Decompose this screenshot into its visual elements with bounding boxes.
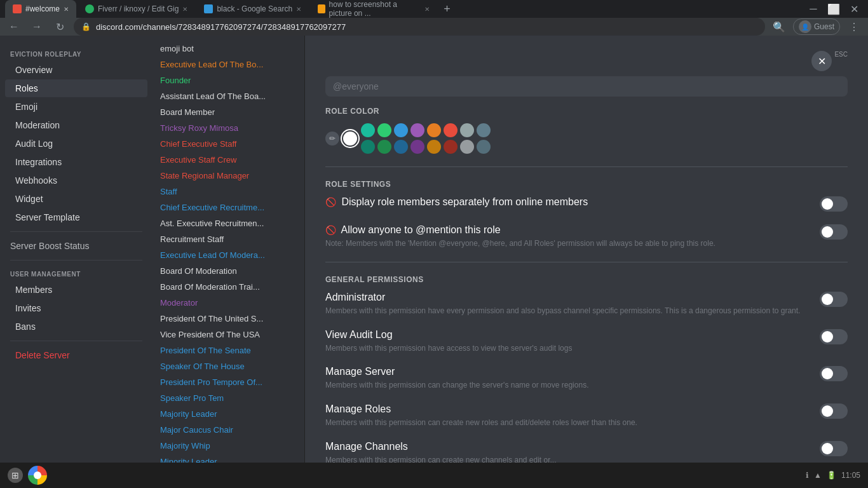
forward-button[interactable]: → — [28, 18, 46, 36]
color-swatch-dark-blue[interactable] — [394, 140, 408, 154]
role-list-item[interactable]: Recruitment Staff — [153, 231, 304, 247]
color-swatch-orange[interactable] — [427, 123, 441, 137]
manage-server-text: Manage Server Members with this permissi… — [325, 366, 820, 391]
color-swatch-red[interactable] — [444, 123, 458, 137]
chrome-taskbar-icon[interactable] — [28, 466, 47, 485]
manage-channels-toggle[interactable] — [820, 441, 848, 456]
role-list-item[interactable]: Speaker Of The House — [153, 358, 304, 374]
role-list-item[interactable]: Staff — [153, 184, 304, 200]
profile-icon: 👤 — [799, 20, 811, 33]
role-list-item[interactable]: Ast. Executive Recruitmen... — [153, 215, 304, 231]
sidebar-item-roles[interactable]: Roles — [5, 79, 147, 97]
sidebar-item-bans[interactable]: Bans — [5, 318, 147, 336]
color-swatch-dark-slate[interactable] — [477, 140, 491, 154]
sidebar-item-members[interactable]: Members — [5, 281, 147, 299]
manage-roles-toggle[interactable] — [820, 403, 848, 419]
role-list-item[interactable]: emoji bot — [153, 41, 304, 57]
color-swatch-purple[interactable] — [410, 123, 424, 137]
minimize-button[interactable]: ─ — [804, 3, 822, 15]
info-icon: ℹ — [806, 471, 809, 480]
esc-label: ESC — [834, 51, 848, 71]
color-swatch-none[interactable] — [343, 132, 357, 146]
menu-button[interactable]: ⋮ — [845, 18, 863, 36]
sidebar-item-overview[interactable]: Overview — [5, 61, 147, 79]
role-list-item[interactable]: Speaker Pro Tem — [153, 390, 304, 406]
maximize-button[interactable]: ⬜ — [825, 3, 843, 15]
address-bar[interactable]: 🔒 discord.com/channels/72834891776209727… — [74, 18, 765, 36]
role-list-item[interactable]: Board Of Moderation — [153, 263, 304, 279]
color-swatch-dark-teal[interactable] — [361, 140, 375, 154]
role-list-item[interactable]: Tricksy Roxy Mimosa — [153, 120, 304, 136]
close-icon: ✕ — [818, 55, 826, 67]
tab-close-3[interactable]: ✕ — [296, 6, 301, 13]
role-list-item[interactable]: Founder — [153, 72, 304, 88]
view-audit-log-title: View Audit Log — [325, 329, 810, 341]
browser-chrome: #welcome ✕ Fiverr / iknoxy / Edit Gig ✕ … — [0, 0, 868, 36]
role-list-item[interactable]: President Of The United S... — [153, 311, 304, 327]
close-window-button[interactable]: ✕ — [845, 3, 863, 15]
role-list-item[interactable]: President Pro Tempore Of... — [153, 374, 304, 390]
role-list-item[interactable]: Board Of Moderation Trai... — [153, 279, 304, 295]
profile-button[interactable]: 👤 Guest — [793, 18, 840, 35]
tab-close-2[interactable]: ✕ — [182, 6, 187, 13]
sidebar-divider-3 — [10, 341, 142, 341]
color-swatch-green[interactable] — [377, 123, 391, 137]
color-edit-button[interactable]: ✏ — [325, 132, 339, 146]
sidebar-item-delete-server[interactable]: Delete Server — [5, 346, 147, 364]
sidebar-item-moderation[interactable]: Moderation — [5, 116, 147, 134]
role-list-item[interactable]: Chief Executive Staff — [153, 136, 304, 152]
tab-fiverr[interactable]: Fiverr / iknoxy / Edit Gig ✕ — [78, 0, 195, 18]
server-boost-item[interactable]: Server Boost Status — [0, 237, 153, 255]
tab-google[interactable]: black - Google Search ✕ — [196, 0, 309, 18]
color-swatch-teal[interactable] — [361, 123, 375, 137]
color-swatch-dark-orange[interactable] — [427, 140, 441, 154]
view-audit-log-toggle[interactable] — [820, 329, 848, 344]
manage-server-toggle[interactable] — [820, 366, 848, 381]
color-swatch-dark-red[interactable] — [444, 140, 458, 154]
role-list-item[interactable]: Executive Lead Of The Bo... — [153, 57, 304, 72]
color-swatch-gray[interactable] — [460, 123, 474, 137]
role-list-item[interactable]: President Of The Senate — [153, 342, 304, 358]
role-list-item[interactable]: Moderator — [153, 295, 304, 311]
mention-input[interactable]: @everyone — [325, 76, 848, 97]
role-list-item[interactable]: State Regional Manager — [153, 168, 304, 184]
roles-list-inner: emoji botExecutive Lead Of The Bo...Foun… — [153, 36, 304, 488]
administrator-toggle[interactable] — [820, 292, 848, 307]
sidebar-item-server-template[interactable]: Server Template — [5, 208, 147, 226]
sidebar-item-webhooks[interactable]: Webhooks — [5, 172, 147, 189]
role-list-item[interactable]: Executive Staff Crew — [153, 152, 304, 168]
refresh-button[interactable]: ↻ — [51, 18, 69, 36]
search-button[interactable]: 🔍 — [770, 18, 788, 36]
tab-close-1[interactable]: ✕ — [64, 6, 69, 13]
color-swatch-dark-purple[interactable] — [410, 140, 424, 154]
role-list-item[interactable]: Vice President Of The USA — [153, 327, 304, 342]
color-swatch-light-gray[interactable] — [460, 140, 474, 154]
display-separately-toggle[interactable] — [820, 196, 848, 212]
role-list-item[interactable]: Assistant Lead Of The Boa... — [153, 88, 304, 104]
tab-welcome[interactable]: #welcome ✕ — [5, 0, 76, 18]
color-grid — [361, 123, 491, 154]
role-list-item[interactable]: Major Caucus Chair — [153, 422, 304, 438]
tab-close-4[interactable]: ✕ — [424, 6, 430, 13]
manage-roles-title: Manage Roles — [325, 403, 810, 415]
sidebar-divider-1 — [10, 231, 142, 232]
role-list-item[interactable]: Board Member — [153, 104, 304, 120]
tab-screenshot[interactable]: how to screenshot a picture on ... ✕ — [310, 0, 437, 18]
role-list-item[interactable]: Majority Leader — [153, 406, 304, 422]
color-swatch-blue[interactable] — [394, 123, 408, 137]
role-list-item[interactable]: Majority Whip — [153, 438, 304, 454]
back-button[interactable]: ← — [5, 18, 23, 36]
role-list-item[interactable]: Chief Executive Recruitme... — [153, 200, 304, 215]
sidebar-item-emoji[interactable]: Emoji — [5, 98, 147, 116]
sidebar-item-widget[interactable]: Widget — [5, 190, 147, 208]
sidebar-item-integrations[interactable]: Integrations — [5, 153, 147, 171]
new-tab-button[interactable]: + — [438, 3, 456, 16]
sidebar-item-invites[interactable]: Invites — [5, 299, 147, 317]
color-swatch-dark-green[interactable] — [377, 140, 391, 154]
close-button[interactable]: ✕ — [811, 51, 832, 71]
allow-mention-toggle[interactable] — [820, 224, 848, 240]
start-button[interactable]: ⊞ — [8, 468, 23, 483]
sidebar-item-audit-log[interactable]: Audit Log — [5, 135, 147, 152]
role-list-item[interactable]: Executive Lead Of Modera... — [153, 247, 304, 263]
color-swatch-slate[interactable] — [477, 123, 491, 137]
